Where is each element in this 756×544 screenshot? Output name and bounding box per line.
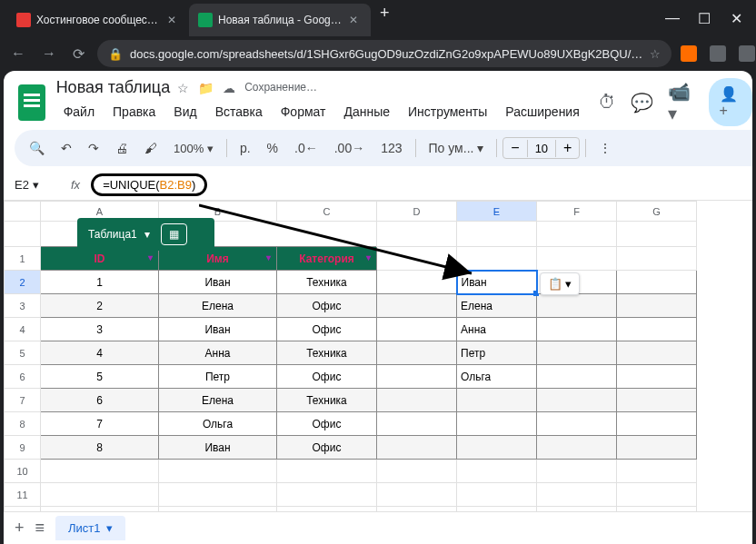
row-header-12[interactable]: 12 xyxy=(5,507,41,512)
cell[interactable] xyxy=(617,318,697,341)
header-cat[interactable]: Категория▾ xyxy=(277,247,377,271)
close-icon[interactable]: ✕ xyxy=(731,10,741,27)
cell[interactable] xyxy=(377,389,457,412)
chevron-down-icon[interactable]: ▾ xyxy=(148,252,153,262)
cell[interactable] xyxy=(537,341,617,365)
cell[interactable] xyxy=(537,483,617,507)
increase-font-button[interactable]: + xyxy=(556,138,579,158)
col-header-e[interactable]: E xyxy=(457,202,537,222)
font-size-value[interactable]: 10 xyxy=(527,140,556,157)
cell[interactable] xyxy=(377,318,457,341)
cell[interactable] xyxy=(617,507,697,512)
address-input[interactable]: 🔒 docs.google.com/spreadsheets/d/1SHGxr6… xyxy=(97,40,671,67)
extension-icon[interactable] xyxy=(739,45,755,62)
print-button[interactable]: 🖨 xyxy=(108,135,135,161)
add-sheet-button[interactable]: + xyxy=(15,519,25,538)
new-tab-button[interactable]: + xyxy=(371,4,399,36)
cell[interactable]: Офис xyxy=(277,436,377,460)
cell[interactable] xyxy=(617,460,697,483)
menu-view[interactable]: Вид xyxy=(166,101,204,123)
menu-tools[interactable]: Инструменты xyxy=(401,101,494,123)
menu-extensions[interactable]: Расширения xyxy=(498,101,586,123)
cell[interactable] xyxy=(617,483,697,507)
col-header-d[interactable]: D xyxy=(377,202,457,222)
cell[interactable] xyxy=(377,436,457,460)
menu-format[interactable]: Формат xyxy=(274,101,333,123)
cell[interactable] xyxy=(377,460,457,483)
cell[interactable]: 5 xyxy=(41,365,159,389)
extension-icon[interactable] xyxy=(710,45,726,62)
row-header-9[interactable]: 9 xyxy=(5,436,41,460)
cell[interactable]: 6 xyxy=(41,389,159,412)
cell[interactable] xyxy=(277,460,377,483)
paint-format-button[interactable]: 🖌 xyxy=(137,135,164,161)
reload-button[interactable]: ⟳ xyxy=(69,42,88,66)
forward-button[interactable]: → xyxy=(38,42,60,65)
zoom-select[interactable]: 100% ▾ xyxy=(166,136,221,161)
cell[interactable] xyxy=(377,365,457,389)
selected-cell[interactable]: Иван xyxy=(457,271,537,294)
cell[interactable]: 3 xyxy=(41,318,159,341)
cell[interactable]: Офис xyxy=(277,412,377,436)
cell[interactable] xyxy=(41,507,159,512)
paste-options-popup[interactable]: 📋 ▾ xyxy=(540,272,581,295)
cell[interactable] xyxy=(617,412,697,436)
cell[interactable] xyxy=(617,294,697,318)
cell[interactable]: Елена xyxy=(159,389,277,412)
more-toolbar-button[interactable]: ⋮ xyxy=(592,135,619,161)
cell[interactable]: 📋 ▾ xyxy=(537,271,617,294)
decrease-font-button[interactable]: − xyxy=(503,138,526,158)
cell[interactable] xyxy=(537,460,617,483)
close-icon[interactable]: ✕ xyxy=(167,14,180,26)
undo-button[interactable]: ↶ xyxy=(54,135,79,161)
cell[interactable] xyxy=(617,365,697,389)
cell[interactable] xyxy=(617,341,697,365)
cell[interactable] xyxy=(41,483,159,507)
row-header-10[interactable]: 10 xyxy=(5,460,41,483)
cell[interactable] xyxy=(159,483,277,507)
cell[interactable]: Елена xyxy=(457,294,537,318)
cell[interactable] xyxy=(377,294,457,318)
menu-insert[interactable]: Вставка xyxy=(208,101,270,123)
more-formats-button[interactable]: 123 xyxy=(373,135,409,161)
menu-file[interactable]: Файл xyxy=(56,101,102,123)
cell[interactable] xyxy=(457,483,537,507)
redo-button[interactable]: ↷ xyxy=(81,135,106,161)
cell[interactable]: Анна xyxy=(457,318,537,341)
menu-data[interactable]: Данные xyxy=(336,101,397,123)
row-header-8[interactable]: 8 xyxy=(5,412,41,436)
cell[interactable]: Иван xyxy=(159,436,277,460)
select-all-cell[interactable] xyxy=(5,202,41,222)
decrease-decimal-button[interactable]: .0← xyxy=(287,135,325,161)
cell[interactable] xyxy=(537,412,617,436)
cell[interactable] xyxy=(377,271,457,294)
cell[interactable] xyxy=(457,389,537,412)
cloud-icon[interactable]: ☁ xyxy=(223,81,235,95)
row-header-2[interactable]: 2 xyxy=(5,271,41,294)
cell[interactable]: Елена xyxy=(159,294,277,318)
cell[interactable]: Техника xyxy=(277,341,377,365)
cell[interactable]: Петр xyxy=(457,341,537,365)
sheet-tab[interactable]: Лист1 ▾ xyxy=(55,516,124,540)
percent-button[interactable]: % xyxy=(260,135,285,161)
browser-tab-1[interactable]: Хостинговое сообщество «Tim ✕ xyxy=(7,4,189,36)
font-size-control[interactable]: − 10 + xyxy=(502,137,580,159)
cell[interactable] xyxy=(617,389,697,412)
row-header-5[interactable]: 5 xyxy=(5,341,41,365)
cell[interactable] xyxy=(457,507,537,512)
cell[interactable]: 7 xyxy=(41,412,159,436)
document-title[interactable]: Новая таблица xyxy=(56,78,171,97)
row-header-6[interactable]: 6 xyxy=(5,365,41,389)
cell[interactable] xyxy=(537,318,617,341)
row-header-4[interactable]: 4 xyxy=(5,318,41,341)
increase-decimal-button[interactable]: .00→ xyxy=(327,135,372,161)
cell[interactable] xyxy=(457,436,537,460)
cell[interactable]: Ольга xyxy=(159,412,277,436)
cell[interactable]: Анна xyxy=(159,341,277,365)
cell[interactable] xyxy=(537,365,617,389)
font-select[interactable]: По ум... ▾ xyxy=(422,135,492,161)
chevron-down-icon[interactable]: ▾ xyxy=(366,252,371,262)
cell[interactable]: Офис xyxy=(277,318,377,341)
extension-icon[interactable] xyxy=(681,45,697,62)
col-header-c[interactable]: C xyxy=(277,202,377,222)
